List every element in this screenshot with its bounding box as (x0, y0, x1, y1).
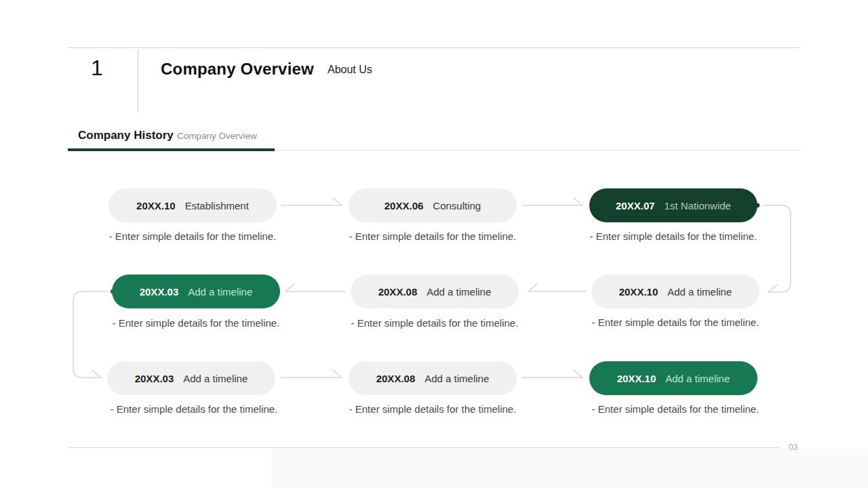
timeline-label: Add a timeline (427, 286, 491, 298)
timeline-date: 20XX.10 (136, 200, 176, 211)
connector-arrow-r2c2-r2c1 (285, 284, 345, 291)
timeline-desc-r3c3: - Enter simple details for the timeline. (567, 403, 784, 415)
timeline-label: Add a timeline (188, 286, 252, 298)
timeline-label: 1st Nationwide (665, 200, 731, 211)
timeline-desc-r2c1: - Enter simple details for the timeline. (87, 317, 304, 329)
timeline-label: Add a timeline (425, 373, 489, 384)
tab-company-overview[interactable]: Company Overview (177, 131, 257, 141)
page-number: 03 (789, 443, 797, 452)
header-top-rule (68, 47, 800, 48)
timeline-pill-r3c3[interactable]: 20XX.10 Add a timeline (589, 361, 757, 395)
timeline-desc-r3c1: - Enter simple details for the timeline. (85, 403, 302, 415)
slide-title: Company Overview (161, 60, 314, 79)
timeline-date: 20XX.10 (617, 373, 656, 384)
connector-arrow-r2c1-r3c1 (73, 291, 107, 378)
timeline-pill-r2c1[interactable]: 20XX.03 Add a timeline (112, 274, 280, 308)
timeline-label: Add a timeline (665, 373, 730, 384)
timeline-label: Establishment (185, 200, 249, 211)
connector-arrow-r3c2-r3c3 (522, 370, 583, 378)
timeline-pill-r3c2[interactable]: 20XX.08 Add a timeline (349, 361, 517, 395)
timeline-desc-r1c1: - Enter simple details for the timeline. (84, 230, 301, 242)
connector-arrow-r1c2-r1c3 (522, 198, 583, 205)
timeline-pill-r2c3[interactable]: 20XX.10 Add a timeline (591, 274, 760, 308)
connector-arrow-r3c1-r3c2 (281, 370, 342, 378)
header-divider (138, 49, 138, 113)
timeline-date: 20XX.08 (378, 286, 418, 298)
timeline-label: Consulting (433, 200, 481, 211)
timeline-date: 20XX.03 (140, 286, 179, 298)
tab-company-history[interactable]: Company History (78, 129, 174, 142)
timeline-desc-r1c2: - Enter simple details for the timeline. (324, 230, 541, 242)
timeline-pill-r2c2[interactable]: 20XX.08 Add a timeline (351, 274, 519, 308)
timeline-desc-r2c3: - Enter simple details for the timeline. (567, 317, 784, 328)
connector-arrow-r1c1-r1c2 (281, 198, 342, 205)
presentation-slide: 1 Company Overview About Us Company Hist… (0, 0, 868, 488)
timeline-date: 20XX.03 (135, 373, 174, 384)
connector-arrow-r1c3-r2c3 (764, 205, 791, 292)
slide-subtitle: About Us (328, 64, 372, 76)
timeline-date: 20XX.07 (616, 200, 655, 211)
timeline-pill-r1c3[interactable]: 20XX.07 1st Nationwide (589, 188, 757, 222)
timeline-pill-r1c2[interactable]: 20XX.06 Consulting (349, 188, 517, 222)
timeline-pill-r1c1[interactable]: 20XX.10 Establishment (108, 188, 277, 222)
section-number: 1 (91, 56, 118, 81)
timeline-date: 20XX.08 (376, 373, 416, 384)
timeline-date: 20XX.06 (384, 200, 424, 211)
timeline-date: 20XX.10 (619, 286, 658, 298)
timeline-label: Add a timeline (183, 373, 248, 384)
active-tab-underline (68, 148, 275, 151)
timeline-label: Add a timeline (667, 286, 732, 298)
timeline-connectors (0, 0, 868, 488)
timeline-desc-r2c2: - Enter simple details for the timeline. (326, 317, 543, 329)
footer-rule (68, 447, 780, 448)
connector-arrow-r2c3-r2c2 (528, 284, 586, 291)
timeline-desc-r1c3: - Enter simple details for the timeline. (565, 230, 782, 242)
background-band (271, 448, 868, 488)
timeline-desc-r3c2: - Enter simple details for the timeline. (324, 403, 541, 415)
timeline-pill-r3c1[interactable]: 20XX.03 Add a timeline (107, 361, 275, 395)
